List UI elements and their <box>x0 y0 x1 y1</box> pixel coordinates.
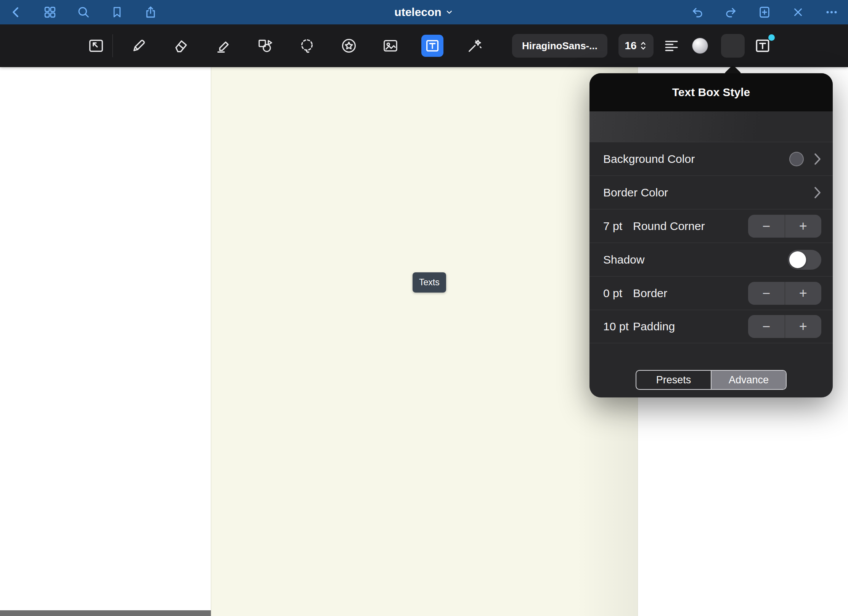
zoom-window-icon <box>87 37 105 55</box>
image-tool-button[interactable] <box>382 37 399 55</box>
elements-tool-button[interactable] <box>340 37 358 55</box>
pen-tool-button[interactable] <box>130 37 148 55</box>
tool-bar: HiraginoSans-... 16 <box>0 24 848 67</box>
nav-left-group <box>9 0 158 24</box>
chevron-left-icon <box>9 5 24 19</box>
padding-value: 10 pt <box>603 320 633 333</box>
share-button[interactable] <box>143 5 158 19</box>
shadow-toggle[interactable] <box>788 250 821 270</box>
add-page-icon <box>758 5 771 19</box>
border-width-value: 0 pt <box>603 287 633 300</box>
padding-label: Padding <box>633 320 675 333</box>
eraser-tool-button[interactable] <box>172 37 190 55</box>
stepper-chevrons-icon <box>639 40 647 51</box>
search-button[interactable] <box>76 5 91 19</box>
zoom-window-tool-button[interactable] <box>87 37 105 55</box>
lasso-tool-button[interactable] <box>298 37 316 55</box>
chevron-down-icon <box>445 6 454 19</box>
laser-pointer-tool-button[interactable] <box>466 37 483 55</box>
style-preview-strip <box>589 111 833 142</box>
highlighter-icon <box>215 37 233 55</box>
redo-button[interactable] <box>724 5 738 19</box>
row-border-width: 0 pt Border − + <box>589 276 833 310</box>
border-color-label: Border Color <box>603 186 668 199</box>
font-size-value: 16 <box>625 40 636 52</box>
redo-icon <box>724 5 738 19</box>
row-shadow: Shadow <box>589 243 833 276</box>
popover-header: Text Box Style <box>589 73 833 111</box>
align-left-icon <box>663 38 679 54</box>
text-tool-button[interactable] <box>421 35 443 57</box>
font-family-button[interactable]: HiraginoSans-... <box>512 34 607 58</box>
ellipsis-icon <box>825 5 838 19</box>
pen-icon <box>130 37 148 55</box>
font-family-label: HiraginoSans-... <box>522 40 597 52</box>
presets-advance-segmented-control: Presets Advance <box>636 370 787 390</box>
app-screen: utelecon <box>0 0 848 616</box>
document-title-button[interactable]: utelecon <box>392 0 456 24</box>
round-corner-value: 7 pt <box>603 220 633 233</box>
highlighter-tool-button[interactable] <box>215 37 233 55</box>
bookmark-button[interactable] <box>110 5 124 19</box>
tab-advance[interactable]: Advance <box>711 371 786 389</box>
star-sticker-icon <box>340 37 358 55</box>
add-page-button[interactable] <box>757 5 772 19</box>
shapes-icon <box>256 37 274 55</box>
round-corner-decrease-button[interactable]: − <box>748 215 785 238</box>
toggle-knob <box>789 251 806 268</box>
undo-button[interactable] <box>690 5 705 19</box>
share-icon <box>144 5 157 19</box>
laser-pointer-icon <box>466 37 483 55</box>
chevron-right-icon <box>814 153 821 166</box>
round-corner-stepper: − + <box>748 215 821 238</box>
undo-icon <box>691 5 704 19</box>
active-tool-highlight <box>721 34 745 58</box>
border-width-increase-button[interactable]: + <box>785 282 822 305</box>
top-navigation-bar: utelecon <box>0 0 848 24</box>
page-gap-strip <box>0 610 211 616</box>
more-button[interactable] <box>824 5 839 19</box>
nav-right-group <box>690 0 839 24</box>
popover-title: Text Box Style <box>672 86 750 99</box>
round-corner-increase-button[interactable]: + <box>785 215 822 238</box>
close-button[interactable] <box>791 5 805 19</box>
row-border-color[interactable]: Border Color <box>589 175 833 209</box>
padding-increase-button[interactable]: + <box>785 315 822 338</box>
text-tool-icon <box>424 37 441 55</box>
text-align-button[interactable] <box>663 38 679 54</box>
text-box-style-button[interactable] <box>752 35 773 56</box>
text-box-style-popover: Text Box Style Background Color Border C… <box>589 73 833 397</box>
border-width-stepper: − + <box>748 282 821 305</box>
border-width-decrease-button[interactable]: − <box>748 282 785 305</box>
color-swatch-icon <box>692 38 708 54</box>
eraser-icon <box>172 37 190 55</box>
shapes-tool-button[interactable] <box>256 37 274 55</box>
bookmark-icon <box>111 6 124 19</box>
image-icon <box>382 37 399 55</box>
text-color-button[interactable] <box>692 38 708 54</box>
thumbnails-button[interactable] <box>43 5 57 19</box>
chevron-right-icon <box>814 186 821 199</box>
grid-icon <box>43 5 57 19</box>
round-corner-label: Round Corner <box>633 220 705 233</box>
notebook-page[interactable] <box>211 67 638 616</box>
toolbar-divider <box>112 34 113 57</box>
padding-stepper: − + <box>748 315 821 338</box>
border-width-label: Border <box>633 287 667 300</box>
style-badge-dot <box>768 34 775 41</box>
document-title: utelecon <box>394 6 441 19</box>
row-background-color[interactable]: Background Color <box>589 142 833 175</box>
padding-decrease-button[interactable]: − <box>748 315 785 338</box>
font-size-stepper[interactable]: 16 <box>618 34 654 58</box>
background-color-label: Background Color <box>603 153 695 166</box>
background-color-swatch <box>789 152 804 166</box>
tab-presets[interactable]: Presets <box>636 371 711 389</box>
back-button[interactable] <box>9 5 24 19</box>
search-icon <box>77 5 90 19</box>
lasso-icon <box>298 37 316 55</box>
row-padding: 10 pt Padding − + <box>589 310 833 343</box>
shadow-label: Shadow <box>603 253 644 266</box>
row-round-corner: 7 pt Round Corner − + <box>589 209 833 243</box>
close-icon <box>792 6 805 19</box>
canvas-text-object[interactable]: Texts <box>413 272 446 293</box>
